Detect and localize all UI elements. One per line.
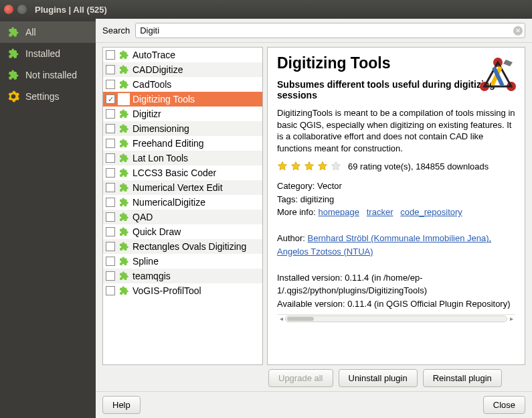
puzzle-icon (7, 25, 20, 39)
plugin-name: AutoTrace (132, 50, 175, 60)
star-icon (277, 161, 288, 171)
star-icon (304, 161, 315, 171)
plugin-item[interactable]: CadTools (103, 77, 262, 92)
plugin-item[interactable]: Lat Lon Tools (103, 151, 262, 165)
gear-icon (7, 90, 20, 103)
search-input[interactable] (135, 23, 525, 38)
scroll-right-icon[interactable]: ▸ (507, 315, 515, 322)
plugin-name: CadTools (132, 79, 171, 90)
nav-label: Installed (25, 48, 60, 59)
puzzle-icon (118, 196, 130, 208)
plugin-item[interactable]: VoGIS-ProfilTool (103, 283, 262, 298)
puzzle-icon (118, 270, 130, 282)
nav-label: Not installed (25, 70, 77, 80)
plugin-checkbox[interactable] (106, 271, 115, 281)
plugin-name: LCCS3 Basic Coder (132, 167, 216, 178)
plugin-checkbox[interactable] (106, 139, 115, 148)
plugin-item[interactable]: Numerical Vertex Edit (103, 180, 262, 195)
puzzle-icon (118, 211, 130, 223)
upgrade-all-button[interactable]: Upgrade all (268, 369, 333, 387)
plugin-name: Rectangles Ovals Digitizing (132, 241, 246, 252)
category-value: Vector (317, 181, 342, 191)
plugin-name: Digitizr (132, 109, 161, 119)
puzzle-icon (118, 123, 130, 135)
clear-search-icon[interactable]: ✕ (513, 26, 523, 36)
nav-settings[interactable]: Settings (0, 86, 96, 107)
puzzle-icon (118, 285, 130, 297)
reinstall-plugin-button[interactable]: Reinstall plugin (423, 369, 502, 387)
plugin-checkbox[interactable] (106, 65, 115, 74)
plugin-checkbox[interactable] (106, 168, 115, 178)
plugin-item[interactable]: QAD (103, 210, 262, 224)
rating-row: 69 rating vote(s), 184855 downloads (277, 161, 515, 171)
tracker-link[interactable]: tracker (367, 207, 393, 217)
tags-label: Tags: (277, 194, 298, 204)
plugin-checkbox[interactable] (106, 286, 115, 295)
plugin-checkbox[interactable]: ✓ (106, 94, 115, 104)
plugin-item[interactable]: Rectangles Ovals Digitizing (103, 239, 262, 254)
plugin-name: Freehand Editing (132, 138, 204, 149)
author-link[interactable]: Bernhard Ströbl (Kommunale Immobilien Je… (277, 233, 491, 257)
puzzle-icon (118, 64, 130, 76)
plugin-checkbox[interactable] (106, 242, 115, 251)
puzzle-icon (118, 137, 130, 149)
plugin-checkbox[interactable] (106, 50, 115, 60)
nav-all[interactable]: All (0, 21, 96, 43)
puzzle-icon (118, 108, 130, 120)
plugin-name: teamqgis (132, 271, 171, 281)
plugin-checkbox[interactable] (106, 80, 115, 89)
plugin-name: Dimensioning (132, 123, 189, 134)
plugin-list[interactable]: AutoTraceCADDigitizeCadTools✓✎Digitizing… (102, 47, 263, 365)
window-minimize-icon[interactable] (17, 5, 27, 14)
plugin-checkbox[interactable] (106, 198, 115, 207)
plugin-detail: Digitizing Tools Subsumes different tool… (267, 47, 525, 365)
plugin-item[interactable]: teamqgis (103, 269, 262, 283)
plugin-item[interactable]: Quick Draw (103, 224, 262, 239)
plugin-name: CADDigitize (132, 64, 183, 75)
scroll-left-icon[interactable]: ◂ (277, 315, 285, 322)
window-title: Plugins | All (525) (35, 5, 107, 15)
uninstall-plugin-button[interactable]: Uninstall plugin (339, 369, 418, 387)
plugin-item[interactable]: Spline (103, 254, 262, 269)
puzzle-icon (7, 47, 20, 60)
plugin-item[interactable]: Digitizr (103, 107, 262, 121)
puzzle-icon (118, 182, 130, 194)
category-label: Category: (277, 181, 315, 191)
plugin-checkbox[interactable] (106, 153, 115, 163)
detail-description: DigitizingTools is meant to be a compila… (277, 107, 515, 154)
code-repo-link[interactable]: code_repository (400, 207, 462, 217)
star-icon (331, 161, 341, 171)
puzzle-icon (118, 167, 130, 179)
plugin-name: Quick Draw (132, 226, 181, 237)
plugin-name: Digitizing Tools (132, 94, 195, 104)
puzzle-icon (118, 78, 130, 90)
puzzle-icon (118, 152, 130, 164)
horizontal-scrollbar[interactable]: ◂ ▸ (277, 314, 515, 322)
window-close-icon[interactable] (4, 5, 13, 14)
plugin-item[interactable]: NumericalDigitize (103, 195, 262, 210)
help-button[interactable]: Help (102, 396, 141, 414)
plugin-item[interactable]: LCCS3 Basic Coder (103, 165, 262, 180)
plugin-checkbox[interactable] (106, 109, 115, 119)
plugin-item[interactable]: AutoTrace (103, 48, 262, 62)
nav-installed[interactable]: Installed (0, 43, 96, 64)
close-button[interactable]: Close (483, 396, 525, 414)
star-icon (317, 161, 328, 171)
plugin-item[interactable]: ✓✎Digitizing Tools (103, 92, 262, 107)
puzzle-icon (118, 49, 130, 61)
rating-text: 69 rating vote(s), 184855 downloads (348, 161, 489, 171)
homepage-link[interactable]: homepage (318, 207, 359, 217)
plugin-checkbox[interactable] (106, 227, 115, 236)
plugin-item[interactable]: CADDigitize (103, 62, 262, 77)
plugin-logo-icon (476, 53, 519, 96)
plugin-item[interactable]: Freehand Editing (103, 136, 262, 151)
plugin-checkbox[interactable] (106, 212, 115, 222)
moreinfo-label: More info: (277, 207, 316, 217)
puzzle-icon (118, 226, 130, 238)
plugin-item[interactable]: Dimensioning (103, 121, 262, 136)
plugin-checkbox[interactable] (106, 183, 115, 192)
nav-not-installed[interactable]: Not installed (0, 64, 96, 86)
plugin-checkbox[interactable] (106, 257, 115, 266)
plugin-name: Numerical Vertex Edit (132, 182, 223, 193)
plugin-checkbox[interactable] (106, 124, 115, 133)
